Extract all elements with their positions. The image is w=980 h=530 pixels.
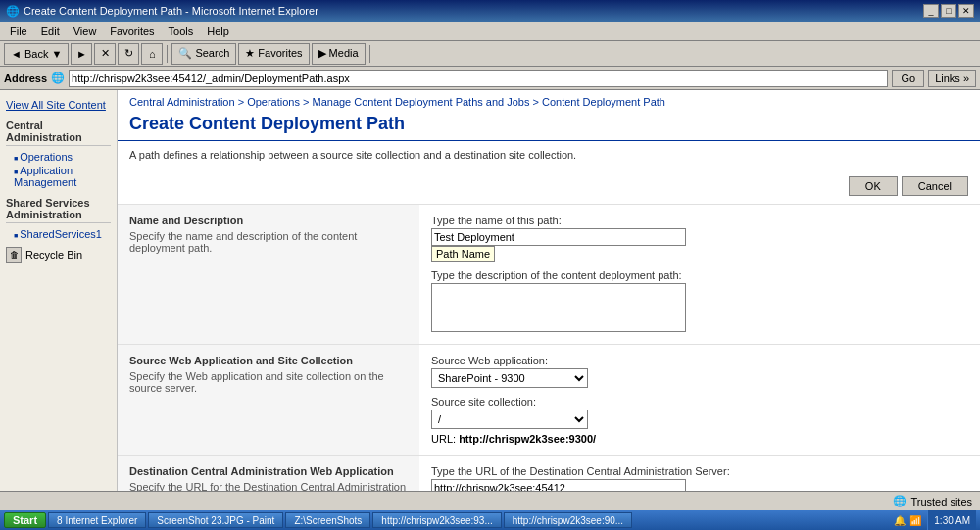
browser-content: View All Site Content Central Administra… <box>0 90 980 491</box>
dest-url-input[interactable] <box>431 479 686 491</box>
page-description: A path defines a relationship between a … <box>118 149 980 172</box>
address-bar: Address 🌐 Go Links » <box>0 67 980 90</box>
form-row-source-web: Source Web Application and Site Collecti… <box>118 345 980 456</box>
trusted-sites-label: Trusted sites <box>910 496 972 507</box>
taskbar: Start 8 Internet Explorer ScreenShot 23.… <box>0 510 980 530</box>
sidebar-view-all-link[interactable]: View All Site Content <box>6 98 111 112</box>
go-button[interactable]: Go <box>892 70 924 87</box>
dest-url-label: Type the URL of the Destination Central … <box>431 465 968 477</box>
ie-icon: 🌐 <box>6 5 20 18</box>
path-desc-textarea[interactable] <box>431 283 686 332</box>
back-button[interactable]: ◄ Back ▼ <box>4 43 69 65</box>
menu-view[interactable]: View <box>68 24 103 38</box>
name-desc-title: Name and Description <box>129 215 408 226</box>
taskbar-clock: 1:30 AM <box>927 510 976 530</box>
sidebar: View All Site Content Central Administra… <box>0 90 118 491</box>
sidebar-item-operations[interactable]: Operations <box>6 150 111 164</box>
menu-bar: File Edit View Favorites Tools Help <box>0 22 980 41</box>
recycle-bin-icon: 🗑 <box>6 247 22 263</box>
ok-button[interactable]: OK <box>849 176 898 196</box>
source-site-col-select[interactable]: / <box>431 410 588 429</box>
toolbar-separator-2 <box>369 45 370 63</box>
address-icon: 🌐 <box>51 72 65 84</box>
home-button[interactable]: ⌂ <box>141 43 163 65</box>
sidebar-item-shared-services1[interactable]: SharedServices1 <box>6 227 111 241</box>
address-input[interactable] <box>69 70 888 87</box>
form-table: Name and Description Specify the name an… <box>118 204 980 491</box>
menu-edit[interactable]: Edit <box>35 24 66 38</box>
tray-icon-2: 📶 <box>909 515 921 526</box>
source-web-app-label: Source Web application: <box>431 355 968 366</box>
taskbar-item-ie[interactable]: 8 Internet Explorer <box>48 512 146 528</box>
breadcrumb: Central Administration > Operations > Ma… <box>118 90 980 110</box>
taskbar-item-ie2[interactable]: http://chrispw2k3see:90... <box>504 512 632 528</box>
form-row-destination: Destination Central Administration Web A… <box>118 456 980 492</box>
minimize-button[interactable]: _ <box>923 4 939 18</box>
main-content: Central Administration > Operations > Ma… <box>118 90 980 491</box>
sidebar-section-central-admin: Central Administration <box>6 120 111 146</box>
trusted-sites-icon: 🌐 <box>893 495 906 507</box>
dest-admin-desc: Specify the URL for the Destination Cent… <box>129 481 408 491</box>
trusted-sites-status: 🌐 Trusted sites <box>893 495 972 507</box>
recycle-bin-label: Recycle Bin <box>25 249 82 261</box>
path-name-label: Type the name of this path: <box>431 215 968 226</box>
window-title: Create Content Deployment Path - Microso… <box>24 5 318 17</box>
menu-file[interactable]: File <box>4 24 33 38</box>
source-web-title: Source Web Application and Site Collecti… <box>129 355 408 366</box>
taskbar-tray: 🔔 📶 <box>890 515 925 526</box>
close-button[interactable]: ✕ <box>958 4 974 18</box>
media-button[interactable]: ▶ Media <box>312 43 366 65</box>
path-desc-label: Type the description of the content depl… <box>431 269 968 281</box>
menu-tools[interactable]: Tools <box>163 24 200 38</box>
source-web-app-select[interactable]: SharePoint - 9300 <box>431 368 588 388</box>
page-title: Create Content Deployment Path <box>118 110 980 141</box>
menu-favorites[interactable]: Favorites <box>104 24 160 38</box>
path-name-tooltip: Path Name <box>431 246 495 262</box>
source-url-display: URL: http://chrispw2k3see:9300/ <box>431 433 968 445</box>
title-bar: 🌐 Create Content Deployment Path - Micro… <box>0 0 980 22</box>
toolbar: ◄ Back ▼ ► ✕ ↻ ⌂ 🔍 Search ★ Favorites ▶ … <box>0 41 980 67</box>
maximize-button[interactable]: □ <box>941 4 956 18</box>
sidebar-section-shared-services: Shared Services Administration <box>6 197 111 223</box>
path-name-wrapper: Path Name <box>431 228 686 246</box>
forward-button[interactable]: ► <box>71 43 92 65</box>
source-site-col-label: Source site collection: <box>431 396 968 408</box>
form-actions: OK Cancel <box>118 172 980 204</box>
status-bar: 🌐 Trusted sites <box>0 491 980 510</box>
cancel-button[interactable]: Cancel <box>902 176 968 196</box>
search-button[interactable]: 🔍 Search <box>172 43 236 65</box>
taskbar-item-ie1[interactable]: http://chrispw2k3see:93... <box>372 512 501 528</box>
favorites-button[interactable]: ★ Favorites <box>238 43 309 65</box>
source-web-desc: Specify the Web application and site col… <box>129 370 408 394</box>
sidebar-item-app-mgmt[interactable]: Application Management <box>6 164 111 189</box>
path-name-input[interactable] <box>431 228 686 246</box>
taskbar-item-screenshots[interactable]: Z:\ScreenShots <box>285 512 370 528</box>
form-row-name-desc: Name and Description Specify the name an… <box>118 205 980 345</box>
recycle-bin[interactable]: 🗑 Recycle Bin <box>6 247 111 263</box>
start-button[interactable]: Start <box>4 512 46 528</box>
name-desc-desc: Specify the name and description of the … <box>129 230 408 254</box>
taskbar-item-paint[interactable]: ScreenShot 23.JPG - Paint <box>148 512 283 528</box>
source-url-value: http://chrispw2k3see:9300/ <box>459 433 596 445</box>
links-button[interactable]: Links » <box>928 70 976 87</box>
dest-admin-title: Destination Central Administration Web A… <box>129 465 408 477</box>
menu-help[interactable]: Help <box>201 24 235 38</box>
refresh-button[interactable]: ↻ <box>118 43 139 65</box>
tray-icon-1: 🔔 <box>894 515 906 526</box>
address-label: Address <box>4 72 47 84</box>
stop-button[interactable]: ✕ <box>94 43 116 65</box>
toolbar-separator-1 <box>167 45 168 63</box>
